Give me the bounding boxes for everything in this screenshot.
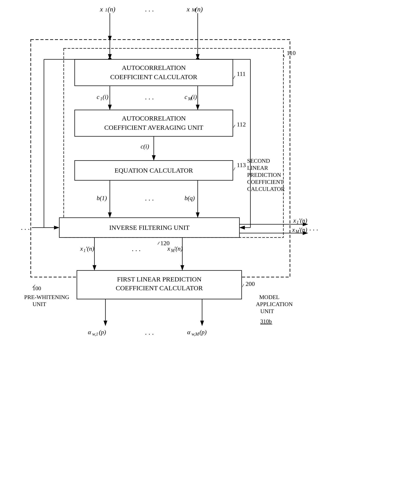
ref-110: 110 [287,49,296,56]
x1pn-below-prime: '(n) [86,245,94,252]
xMpn-below-label: x [167,245,170,252]
ref-113: 113 [237,162,246,168]
bq-label: b(q) [185,195,195,201]
x1pn-right-label: x [293,217,296,224]
autocorr-calc-box [75,59,233,86]
b1-label: b(1) [97,195,107,201]
model-app-line2: APPLICATION [256,301,293,307]
autocorr-calc-line2: COEFFICIENT CALCULATOR [110,73,197,80]
c1i-label: c [97,93,99,100]
middle-dots-1: . . . [145,93,154,101]
inv-filter-label: INVERSE FILTERING UNIT [109,224,190,231]
autocorr-avg-box [75,110,233,136]
autocorr-calc-line1: AUTOCORRELATION [122,64,186,71]
eq-calc-label: EQUATION CALCULATOR [115,167,193,174]
xMn-paren: (n) [195,6,203,13]
first-lpc-line2: COEFFICIENT CALCULATOR [116,284,203,292]
model-app-line1: MODEL [259,294,280,300]
below-dots: . . . [132,245,140,253]
x1pn-below-label: x [80,245,83,252]
x1n-sub: 1 [105,7,107,12]
ref-200: 200 [245,280,255,287]
xMpn-right-label: x [292,226,295,233]
xMpn-below-prime: '(n) [174,245,183,252]
cMi-label: c [185,93,187,100]
second-lpc-line4: COEFFICIENT [247,179,284,185]
alphaM-sub: w,M [192,332,199,336]
ref-111: 111 [237,70,245,77]
autocorr-avg-line1: AUTOCORRELATION [122,114,186,122]
alpha1-sub: w,1 [92,332,98,336]
alpha1-label: α [88,329,91,336]
second-lpc-line5: CALCULATOR [247,186,285,192]
c1i-sub: 1 [100,96,102,101]
pre-whitening-line2: UNIT [33,301,46,307]
autocorr-avg-line2: COEFFICIENT AVERAGING UNIT [104,124,204,131]
cMi-paren: (i) [191,93,197,100]
alphaM-paren: (p) [199,329,207,336]
left-dots: . . . [21,223,30,231]
model-app-line3: UNIT [260,308,274,314]
first-lpc-line1: FIRST LINEAR PREDICTION [117,276,201,283]
x1pn-below-sub: 1 [83,248,86,253]
xMn-label: x [187,6,190,13]
x1n-paren: (n) [108,6,115,13]
pre-whitening-line1: PRE-WHITENING [24,294,69,300]
top-dots: . . . [145,5,154,13]
alphaM-label: α [187,329,191,336]
alpha1-paren: (p) [99,329,106,336]
ref-112: 112 [237,121,246,128]
x1pn-right-prime: '(n) [299,217,307,224]
x1n-label: x [100,6,103,13]
x1pn-right-sub: 1 [297,220,299,225]
diagram-container: 110 x 1 (n) . . . x M (n) AUTOCORRELATIO… [0,0,420,504]
middle-dots-2: . . . [145,194,154,202]
ci-label: c(i) [140,143,149,150]
second-lpc-line3: PREDICTION [247,172,281,178]
c1i-paren: (i) [103,93,108,100]
output-dots: . . . [145,328,154,336]
ref-310b: 310b [260,318,272,324]
xMpn-right-prime: '(n) [299,226,307,233]
right-dots: . . . [309,224,318,232]
